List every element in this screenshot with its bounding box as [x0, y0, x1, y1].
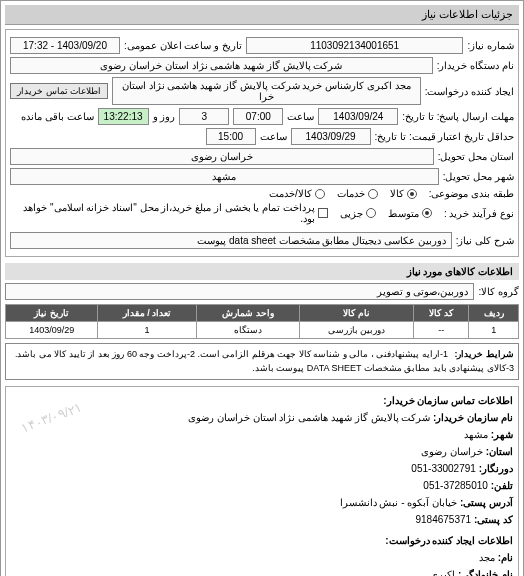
- radio-medium-label: متوسط: [388, 208, 419, 219]
- cell-row: 1: [469, 322, 519, 339]
- c-address-label: آدرس پستی:: [460, 497, 513, 508]
- th-unit: واحد شمارش: [196, 305, 299, 322]
- time-label-1: ساعت: [287, 111, 314, 122]
- process-type-label: نوع فرآیند خرید :: [444, 208, 514, 219]
- contact-block: اطلاعات تماس سازمان خریدار: نام سازمان خ…: [5, 386, 519, 576]
- radio-icon: [368, 189, 378, 199]
- remaining-time: 13:22:13: [98, 108, 149, 125]
- province-label: استان محل تحویل:: [438, 151, 514, 162]
- province-value: خراسان رضوی: [10, 148, 434, 165]
- buyer-org-label: نام دستگاه خریدار:: [437, 60, 514, 71]
- c-fax: 33002791-051: [411, 463, 476, 474]
- group-label: گروه کالا:: [478, 286, 519, 297]
- c-family: اکبری: [430, 569, 455, 576]
- c-name: مجد: [479, 552, 495, 563]
- c-tel-label: تلفن:: [491, 480, 513, 491]
- th-qty: تعداد / مقدار: [98, 305, 196, 322]
- desc-label: شرح کلی نیاز:: [456, 235, 514, 246]
- radio-small-label: جزیی: [340, 208, 363, 219]
- desc-value: دوربین عکاسی دیجیتال مطابق مشخصات data s…: [10, 232, 452, 249]
- purchase-text: 1-ارایه پیشنهادفنی ، مالی و شناسه کالا ج…: [15, 349, 514, 373]
- radio-icon: [315, 189, 325, 199]
- checkbox-treasury[interactable]: پرداخت تمام یا بخشی از مبلغ خرید،از محل …: [10, 202, 328, 224]
- c-tel: 37285010-051: [423, 480, 488, 491]
- cell-date: 1403/09/29: [6, 322, 98, 339]
- page-title: جزئیات اطلاعات نیاز: [5, 5, 519, 25]
- deadline-time: 07:00: [233, 108, 283, 125]
- radio-khadamat[interactable]: خدمات: [337, 188, 378, 199]
- c-org-label: نام سازمان خریدار:: [433, 412, 513, 423]
- city-value: مشهد: [10, 168, 439, 185]
- cell-name: دوربین بازرسی: [300, 322, 414, 339]
- subject-type-label: طبقه بندی موضوعی:: [429, 188, 514, 199]
- buyer-org-value: شرکت پالایش گاز شهید هاشمی نژاد استان خر…: [10, 57, 433, 74]
- remaining-and: روز و: [153, 111, 176, 122]
- radio-kala[interactable]: کالا: [390, 188, 417, 199]
- c-postal: 9184675371: [415, 514, 471, 525]
- c-address: خیابان آبکوه - نبش دانشسرا: [340, 497, 457, 508]
- c-family-label: نام خانوادگی:: [458, 569, 513, 576]
- request-number-value: 1103092134001651: [246, 37, 464, 54]
- c-city: مشهد: [464, 429, 488, 440]
- c-org: شرکت پالایش گاز شهید هاشمی نژاد استان خر…: [188, 412, 430, 423]
- cell-code: --: [413, 322, 469, 339]
- radio-khadamat-label: خدمات: [337, 188, 365, 199]
- request-number-label: شماره نیاز:: [467, 40, 514, 51]
- th-row: ردیف: [469, 305, 519, 322]
- validity-time: 15:00: [206, 128, 256, 145]
- c-fax-label: دورنگار:: [479, 463, 513, 474]
- c-province: خراسان رضوی: [421, 446, 483, 457]
- deadline-label: مهلت ارسال پاسخ: تا تاریخ:: [402, 111, 514, 122]
- radio-kala-label: کالا: [390, 188, 404, 199]
- remaining-suffix: ساعت باقی مانده: [21, 111, 94, 122]
- purchase-label: شرایط خریدار:: [455, 348, 515, 362]
- days-remaining: 3: [179, 108, 229, 125]
- treasury-text: پرداخت تمام یا بخشی از مبلغ خرید،از محل …: [10, 202, 315, 224]
- table-header-row: ردیف کد کالا نام کالا واحد شمارش تعداد /…: [6, 305, 519, 322]
- radio-medium[interactable]: متوسط: [388, 208, 432, 219]
- c-creator-section: اطلاعات ایجاد کننده درخواست:: [385, 535, 513, 546]
- announce-value: 1403/09/20 - 17:32: [10, 37, 120, 54]
- purchase-conditions: شرایط خریدار: 1-ارایه پیشنهادفنی ، مالی …: [5, 343, 519, 380]
- validity-date: 1403/09/29: [291, 128, 371, 145]
- radio-small[interactable]: جزیی: [340, 208, 376, 219]
- radio-icon: [422, 208, 432, 218]
- checkbox-icon: [318, 208, 328, 218]
- radio-kalakhadamat-label: کالا/خدمت: [269, 188, 312, 199]
- creator-value: مجد اکبری کارشناس خرید شرکت پالایش گاز ش…: [112, 77, 421, 105]
- radio-icon: [366, 208, 376, 218]
- validity-label: حداقل تاریخ اعتبار قیمت: تا تاریخ:: [375, 131, 514, 142]
- c-postal-label: کد پستی:: [474, 514, 513, 525]
- contact-info-button[interactable]: اطلاعات تماس خریدار: [10, 83, 108, 99]
- radio-icon: [407, 189, 417, 199]
- contact-title: اطلاعات تماس سازمان خریدار:: [383, 395, 513, 406]
- group-value: دوربین،صوتی و تصویر: [5, 283, 474, 300]
- th-code: کد کالا: [413, 305, 469, 322]
- city-label: شهر محل تحویل:: [443, 171, 514, 182]
- radio-kala-khadamat[interactable]: کالا/خدمت: [269, 188, 325, 199]
- table-row: 1 -- دوربین بازرسی دستگاه 1 1403/09/29: [6, 322, 519, 339]
- time-label-2: ساعت: [260, 131, 287, 142]
- cell-unit: دستگاه: [196, 322, 299, 339]
- creator-label: ایجاد کننده درخواست:: [425, 86, 514, 97]
- items-section-title: اطلاعات کالاهای مورد نیاز: [5, 263, 519, 280]
- th-date: تاریخ نیاز: [6, 305, 98, 322]
- th-name: نام کالا: [300, 305, 414, 322]
- c-name-label: نام:: [498, 552, 513, 563]
- announce-label: تاریخ و ساعت اعلان عمومی:: [124, 40, 242, 51]
- deadline-date: 1403/09/24: [318, 108, 398, 125]
- items-table: ردیف کد کالا نام کالا واحد شمارش تعداد /…: [5, 304, 519, 339]
- c-city-label: شهر:: [491, 429, 513, 440]
- cell-qty: 1: [98, 322, 196, 339]
- c-province-label: استان:: [486, 446, 513, 457]
